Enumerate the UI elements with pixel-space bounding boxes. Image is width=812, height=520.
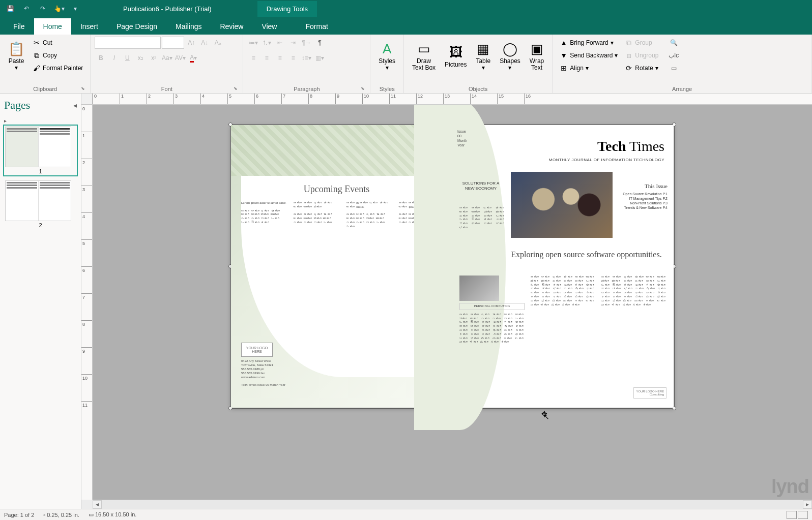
font-color-icon[interactable]: A▾ [187, 52, 199, 64]
publication-spread[interactable]: Upcoming Events Lorem ipsum dolor sit am… [231, 125, 674, 408]
tab-review[interactable]: Review [211, 18, 252, 35]
line-spacing-icon[interactable]: ↕≡▾ [300, 52, 312, 64]
rotate-button[interactable]: ⟳Rotate ▾ [622, 62, 661, 74]
group-arrange: ▲Bring Forward ▾ ▼Send Backward ▾ ⊞Align… [553, 35, 812, 93]
columns-icon[interactable]: ▥▾ [313, 52, 326, 64]
cut-button[interactable]: ✂Cut [30, 37, 86, 49]
qat-customize-icon[interactable]: ▾ [68, 2, 82, 16]
redo-icon[interactable]: ↷ [36, 2, 50, 16]
underline-icon[interactable]: U [121, 52, 133, 64]
group-button[interactable]: ⧉Group [622, 37, 661, 49]
right-page[interactable]: Issue 00 Month Year Tech Times MONTHLY J… [452, 125, 674, 408]
font-size-combo[interactable] [162, 37, 184, 49]
justify-icon[interactable]: ≡ [287, 52, 299, 64]
issue-date-box[interactable]: Issue 00 Month Year [457, 129, 467, 147]
scroll-right-icon[interactable]: ▸ [803, 500, 812, 509]
pages-panel: Pages ◂ ▸ 1 2 [0, 94, 81, 509]
draw-text-box-button[interactable]: ▭Draw Text Box [408, 37, 440, 76]
touch-mode-icon[interactable]: 👆▾ [52, 2, 66, 16]
article-columns[interactable]: PERSONAL COMPUTING ಅಕಾರ ಆಕಾರ ಇಕಾರ ಈಕಾರ ಉ… [459, 276, 666, 382]
two-page-view-icon[interactable] [798, 511, 808, 519]
table-button[interactable]: ▦Table▾ [472, 37, 495, 76]
char-spacing-icon[interactable]: AV▾ [174, 52, 186, 64]
font-family-combo[interactable] [95, 37, 161, 49]
bring-forward-button[interactable]: ▲Bring Forward ▾ [557, 37, 621, 49]
sidebar-body-text[interactable]: ಅಕಾರ ಆಕಾರ ಇಕಾರ ಈಕಾರ ಉಕಾರ ಊಕಾರ ಋಕಾರ ೠಕಾರ … [459, 206, 505, 230]
bold-icon[interactable]: B [95, 52, 107, 64]
copy-button[interactable]: ⧉Copy [30, 49, 86, 62]
expand-icon[interactable]: ▸ [3, 117, 78, 125]
solutions-heading[interactable]: SOLUTIONS FOR A NEW ECONOMY [461, 181, 500, 192]
save-icon[interactable]: 💾 [3, 2, 17, 16]
copy-icon: ⧉ [33, 51, 41, 60]
rotate-icon: ⟳ [625, 64, 633, 72]
newsletter-masthead[interactable]: Tech Times MONTHLY JOURNAL OF INFORMATIO… [549, 138, 664, 162]
keyboard-image[interactable] [459, 276, 499, 301]
contextual-tab-header: Drawing Tools [257, 1, 317, 17]
ribbon-tab-row: File Home Insert Page Design Mailings Re… [0, 17, 812, 35]
decrease-indent-icon[interactable]: ⇤ [274, 37, 286, 49]
align-button[interactable]: ⊞Align ▾ [557, 62, 621, 74]
align-right-icon[interactable]: ≡ [274, 52, 286, 64]
increase-indent-icon[interactable]: ⇥ [287, 37, 299, 49]
tab-home[interactable]: Home [34, 18, 71, 35]
upcoming-events-heading[interactable]: Upcoming Events [231, 184, 442, 195]
pictures-button[interactable]: 🖼Pictures [441, 37, 471, 76]
group-label-font: Font [95, 85, 239, 93]
horizontal-scrollbar[interactable]: ◂ ▸ [93, 500, 812, 509]
send-backward-button[interactable]: ▼Send Backward ▾ [557, 49, 621, 62]
replace-icon[interactable]: ابc [668, 49, 680, 62]
shapes-button[interactable]: ◯Shapes▾ [496, 37, 525, 76]
single-page-view-icon[interactable] [787, 511, 797, 519]
clear-formatting-icon[interactable]: Aₓ [212, 37, 224, 49]
rtl-icon[interactable]: ¶ [313, 37, 326, 49]
wrap-text-button[interactable]: ▣Wrap Text [526, 37, 548, 76]
article-headline[interactable]: Exploring open source software opportuni… [508, 250, 664, 259]
horizontal-ruler[interactable]: 012345678910111213141516 [93, 94, 812, 105]
group-label-objects: Objects [408, 85, 548, 93]
select-icon[interactable]: ▭ [668, 62, 680, 74]
tab-insert[interactable]: Insert [71, 18, 107, 35]
tab-page-design[interactable]: Page Design [107, 18, 166, 35]
change-case-icon[interactable]: Aa▾ [161, 52, 173, 64]
page-thumbnail-2[interactable]: 2 [3, 178, 78, 230]
ltr-icon[interactable]: ¶→ [300, 37, 312, 49]
collapse-panel-icon[interactable]: ◂ [73, 101, 77, 110]
hero-image[interactable] [511, 172, 613, 238]
styles-icon: A [383, 42, 391, 56]
find-icon[interactable]: 🔍 [668, 37, 680, 49]
subscript-icon[interactable]: x₂ [134, 52, 147, 64]
vertical-ruler[interactable]: 01234567891011 [81, 105, 93, 500]
undo-icon[interactable]: ↶ [19, 2, 34, 16]
group-label-styles: Styles [374, 85, 399, 93]
increase-font-icon[interactable]: A↑ [185, 37, 197, 49]
italic-icon[interactable]: I [108, 52, 120, 64]
tab-format[interactable]: Format [296, 18, 337, 35]
numbering-icon[interactable]: ⒈▾ [260, 37, 273, 49]
tab-mailings[interactable]: Mailings [166, 18, 211, 35]
styles-button[interactable]: A Styles ▾ [374, 37, 399, 76]
footer-logo[interactable]: YOUR LOGO HERE Consulting [633, 387, 666, 399]
scroll-left-icon[interactable]: ◂ [93, 500, 102, 509]
chevron-down-icon: ▾ [386, 65, 389, 71]
chevron-down-icon: ▾ [15, 65, 18, 71]
superscript-icon[interactable]: x² [148, 52, 160, 64]
image-caption[interactable]: PERSONAL COMPUTING [459, 303, 525, 310]
status-page[interactable]: Page: 1 of 2 [4, 512, 34, 518]
tab-view[interactable]: View [252, 18, 286, 35]
group-label-clipboard: Clipboard [4, 85, 86, 93]
ungroup-button[interactable]: ⧈Ungroup [622, 49, 661, 62]
align-left-icon[interactable]: ≡ [247, 52, 259, 64]
decrease-font-icon[interactable]: A↓ [198, 37, 211, 49]
this-issue-toc[interactable]: This Issue Open Source Revolution P.1 IT… [615, 183, 668, 210]
address-block[interactable]: 0432 Any Street West Townsville, State 5… [241, 359, 285, 387]
tab-file[interactable]: File [4, 18, 34, 35]
logo-placeholder[interactable]: YOUR LOGO HERE [241, 343, 273, 357]
format-painter-button[interactable]: 🖌Format Painter [30, 62, 86, 74]
canvas-viewport[interactable]: Upcoming Events Lorem ipsum dolor sit am… [93, 105, 812, 500]
scroll-track[interactable] [102, 500, 803, 509]
bullets-icon[interactable]: ≔▾ [247, 37, 259, 49]
page-thumbnail-1[interactable]: 1 [3, 125, 78, 176]
align-center-icon[interactable]: ≡ [260, 52, 273, 64]
paste-button[interactable]: 📋 Paste ▾ [4, 37, 28, 76]
